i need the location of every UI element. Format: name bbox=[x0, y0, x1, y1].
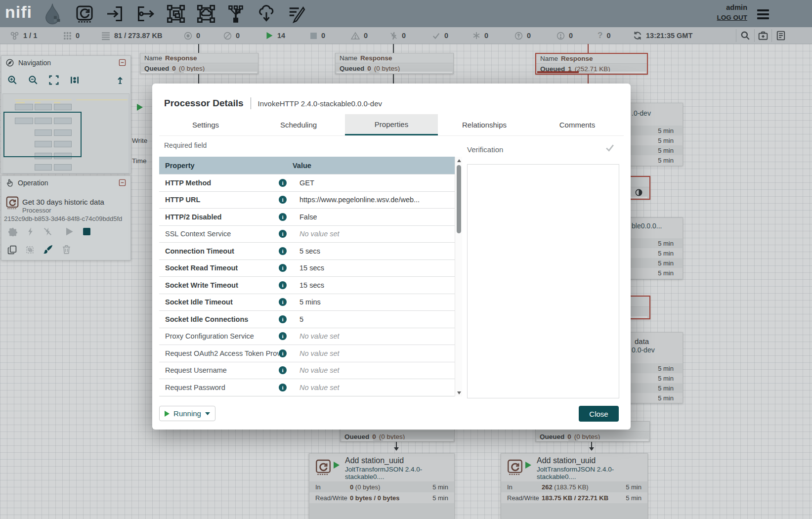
minimap-processor bbox=[54, 104, 72, 110]
minimap-processor bbox=[35, 164, 52, 171]
processor-add-station-uuid-1[interactable]: Add station_uuid JoltTransformJSON 2.4.0… bbox=[309, 453, 455, 519]
queue-percent-icon bbox=[635, 189, 642, 196]
enable-button[interactable] bbox=[26, 227, 35, 236]
property-row[interactable]: Socket Write Timeout15 secs bbox=[159, 276, 455, 294]
up-to-date-status: 0 bbox=[432, 27, 448, 44]
exclamation-circle-icon bbox=[556, 32, 565, 40]
statusbar-separator bbox=[736, 29, 736, 42]
connection-line-error bbox=[588, 44, 589, 53]
refresh-icon[interactable] bbox=[633, 31, 642, 40]
processor-add-station-uuid-2[interactable]: Add station_uuid JoltTransformJSON 2.4.0… bbox=[501, 453, 648, 519]
search-button[interactable] bbox=[740, 27, 750, 44]
zoom-fit-icon[interactable] bbox=[49, 75, 59, 85]
tab-relationships[interactable]: Relationships bbox=[438, 114, 531, 135]
property-row[interactable]: Request OAuth2 Access Token Prov...No va… bbox=[159, 345, 455, 362]
hidden-stat-label-time: Time bbox=[132, 157, 147, 165]
stop-button[interactable] bbox=[83, 227, 91, 236]
property-row[interactable]: Socket Read Timeout15 secs bbox=[159, 260, 455, 277]
property-row[interactable]: Socket Idle Connections5 bbox=[159, 310, 455, 328]
tab-comments[interactable]: Comments bbox=[531, 114, 624, 135]
info-icon bbox=[279, 264, 287, 272]
property-row[interactable]: Request UsernameNo value set bbox=[159, 362, 455, 379]
connection-line-error bbox=[588, 74, 589, 84]
tab-settings[interactable]: Settings bbox=[159, 114, 252, 135]
new-remote-process-group-icon[interactable] bbox=[197, 4, 215, 23]
flow-summary-button[interactable] bbox=[776, 27, 786, 44]
new-label-icon[interactable] bbox=[287, 4, 306, 23]
operation-panel: Operation Get 30 days historic data Proc… bbox=[1, 175, 131, 260]
logout-link[interactable]: LOG OUT bbox=[717, 14, 748, 21]
run-status-menu-button[interactable]: Running bbox=[159, 406, 215, 421]
configure-button[interactable] bbox=[8, 227, 17, 236]
sync-failure-status: ? 0 bbox=[598, 27, 610, 44]
delete-button[interactable] bbox=[62, 245, 71, 254]
minimap-processor bbox=[15, 104, 33, 110]
new-process-group-icon[interactable] bbox=[167, 4, 185, 23]
properties-scrollbar[interactable] bbox=[455, 157, 462, 396]
properties-table-header: Property Value bbox=[159, 157, 455, 174]
flow-health-button[interactable] bbox=[758, 27, 768, 44]
close-button[interactable]: Close bbox=[579, 406, 619, 422]
property-row[interactable]: Proxy Configuration ServiceNo value set bbox=[159, 328, 455, 345]
stale-status: 0 bbox=[514, 27, 531, 44]
connection-label-response-1[interactable]: NameResponse Queued0(0 bytes) bbox=[140, 53, 258, 74]
minimap-shape bbox=[35, 102, 41, 103]
collapse-operation-button[interactable] bbox=[119, 179, 126, 186]
new-funnel-icon[interactable] bbox=[227, 4, 245, 23]
nifi-logo: nifi bbox=[5, 2, 32, 22]
new-output-port-icon[interactable] bbox=[136, 4, 155, 23]
property-row[interactable]: HTTP URLhttps://www.pegelonline.wsv.de/w… bbox=[159, 191, 455, 209]
disable-button[interactable] bbox=[43, 227, 52, 236]
property-row[interactable]: HTTP/2 DisabledFalse bbox=[159, 208, 455, 225]
connection-line bbox=[198, 74, 199, 84]
stopped-status: 0 bbox=[310, 27, 325, 44]
copy-button[interactable] bbox=[7, 245, 17, 255]
new-template-icon[interactable] bbox=[257, 4, 276, 23]
queue-list-icon bbox=[101, 31, 110, 40]
zoom-in-icon[interactable] bbox=[7, 75, 17, 85]
minimap-shape bbox=[76, 99, 128, 100]
scroll-down-button[interactable] bbox=[455, 389, 463, 396]
queue-size-bar bbox=[184, 72, 257, 73]
new-input-port-icon[interactable] bbox=[105, 4, 124, 23]
group-button[interactable] bbox=[25, 245, 35, 255]
properties-table: Property Value HTTP MethodGET HTTP URLht… bbox=[159, 157, 455, 396]
bolt-slash-icon bbox=[389, 32, 398, 40]
connection-label-response-3[interactable]: NameResponse Queued1(252.71 KB) bbox=[535, 53, 648, 75]
zoom-out-icon[interactable] bbox=[28, 75, 38, 85]
invalid-status: 0 bbox=[351, 27, 368, 44]
required-field-label: Required field bbox=[164, 141, 207, 149]
current-user: admin bbox=[703, 3, 747, 11]
scroll-up-button[interactable] bbox=[455, 157, 463, 164]
minimap-viewport[interactable] bbox=[3, 112, 82, 157]
birdseye-minimap[interactable] bbox=[2, 93, 129, 173]
locally-modified-status: 0 bbox=[472, 27, 488, 44]
info-icon bbox=[279, 384, 287, 391]
collapse-up-icon[interactable] bbox=[116, 76, 125, 85]
connection-label-response-2[interactable]: NameResponse Queued0(0 bytes) bbox=[335, 53, 454, 74]
zoom-actual-icon[interactable] bbox=[70, 75, 80, 85]
global-menu-icon[interactable] bbox=[757, 7, 769, 21]
property-row[interactable]: SSL Context ServiceNo value set bbox=[159, 225, 455, 243]
scrollbar-thumb[interactable] bbox=[457, 165, 461, 233]
verification-check-icon[interactable] bbox=[605, 143, 615, 155]
stat-row-readwrite: Read/Write 0 bytes / 0 bytes 5 min bbox=[309, 492, 454, 503]
document-icon bbox=[776, 31, 786, 41]
color-button[interactable] bbox=[43, 244, 53, 255]
new-processor-icon[interactable] bbox=[75, 4, 94, 23]
property-row[interactable]: Request PasswordNo value set bbox=[159, 379, 455, 396]
property-row[interactable]: Connection Timeout5 secs bbox=[159, 242, 455, 260]
processor-details-dialog: Processor Details InvokeHTTP 2.4.0-stack… bbox=[152, 84, 631, 430]
selected-component-id: 2152c9db-b853-3d46-84f8-c74c09bdd5fd bbox=[4, 215, 122, 222]
processor-icon bbox=[6, 196, 19, 210]
collapse-navigation-button[interactable] bbox=[119, 59, 126, 66]
start-button[interactable] bbox=[65, 227, 74, 236]
tab-scheduling[interactable]: Scheduling bbox=[252, 114, 345, 135]
property-row[interactable]: HTTP MethodGET bbox=[159, 174, 455, 191]
minimap-processor bbox=[35, 104, 52, 110]
property-row[interactable]: Socket Idle Timeout5 mins bbox=[159, 294, 455, 311]
info-icon bbox=[279, 349, 287, 357]
tab-properties[interactable]: Properties bbox=[345, 114, 438, 135]
dialog-title-row: Processor Details InvokeHTTP 2.4.0-stack… bbox=[164, 97, 382, 109]
stat-row-in: In 0 (0 bytes) 5 min bbox=[309, 481, 454, 492]
